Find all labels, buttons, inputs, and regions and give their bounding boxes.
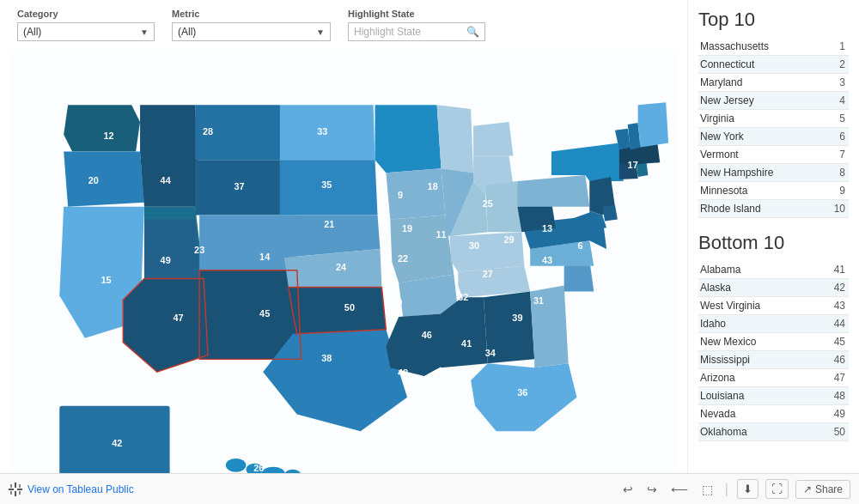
state-num-wv: 27 — [483, 269, 493, 279]
rank-num: 10 — [832, 200, 849, 218]
state-num-nh: 8 — [631, 181, 637, 191]
state-num-nm: 45 — [259, 308, 270, 319]
state-num-ga: 39 — [512, 313, 522, 323]
state-num-ky: 30 — [469, 240, 479, 251]
search-icon: 🔍 — [466, 26, 479, 38]
rank-num: 2 — [832, 56, 849, 74]
bottom10-row[interactable]: Alaska42 — [698, 279, 849, 297]
fullscreen-icon: ⛶ — [771, 483, 783, 495]
top10-row[interactable]: Minnesota9 — [698, 182, 849, 200]
category-select[interactable]: (All) ▼ — [17, 22, 155, 41]
svg-rect-8 — [19, 491, 21, 495]
rank-num: 9 — [832, 182, 849, 200]
state-name: Idaho — [698, 315, 832, 333]
category-chevron-icon: ▼ — [140, 27, 149, 37]
svg-rect-3 — [9, 489, 14, 490]
state-ok[interactable] — [289, 287, 387, 333]
bottom10-row[interactable]: Mississippi46 — [698, 351, 849, 369]
state-id[interactable] — [140, 105, 199, 206]
top10-row[interactable]: Rhode Island10 — [698, 200, 849, 218]
metric-select[interactable]: (All) ▼ — [172, 22, 331, 41]
state-num-mn: 9 — [398, 190, 403, 200]
state-num-ar: 40 — [392, 297, 402, 307]
bottom10-row[interactable]: Idaho44 — [698, 315, 849, 333]
top10-row[interactable]: Maryland3 — [698, 74, 849, 92]
tableau-link[interactable]: View on Tableau Public — [9, 483, 134, 496]
download-button[interactable]: ⬇ — [737, 479, 758, 499]
state-num-az: 47 — [173, 313, 183, 323]
share-label: Share — [815, 483, 843, 495]
state-num-sc: 31 — [533, 295, 544, 306]
undo-button[interactable]: ↩ — [619, 481, 637, 498]
bottom10-row[interactable]: New Mexico45 — [698, 333, 849, 351]
highlight-input[interactable]: Highlight State 🔍 — [348, 22, 485, 41]
top10-row[interactable]: Massachusetts1 — [698, 38, 849, 56]
svg-rect-2 — [15, 491, 16, 496]
map-area: 12 20 44 28 15 49 47 23 14 45 38 37 33 3… — [9, 48, 679, 473]
state-num-va2: 5 — [551, 270, 557, 281]
state-de[interactable] — [602, 205, 618, 222]
state-mn[interactable] — [375, 105, 442, 173]
bottom10-row[interactable]: Oklahoma50 — [698, 423, 849, 441]
state-hi-1[interactable] — [226, 458, 247, 472]
top10-row[interactable]: Connecticut2 — [698, 56, 849, 74]
state-ia[interactable] — [386, 168, 445, 219]
top10-row[interactable]: Virginia5 — [698, 110, 849, 128]
reset-button[interactable]: ⬚ — [698, 481, 716, 498]
state-num-pa: 25 — [483, 198, 493, 209]
state-num-il: 11 — [436, 229, 446, 240]
redo-button[interactable]: ↪ — [643, 481, 661, 498]
state-name: Mississippi — [698, 351, 832, 369]
back-button[interactable]: ⟵ — [667, 481, 691, 498]
highlight-label: Highlight State — [348, 9, 485, 19]
bottom10-row[interactable]: West Virginia43 — [698, 297, 849, 315]
map-panel: Category (All) ▼ Metric (All) ▼ Highligh… — [0, 0, 687, 473]
state-me[interactable] — [638, 102, 669, 147]
state-name: Louisiana — [698, 387, 832, 405]
toolbar-icons: ↩ ↪ ⟵ ⬚ | ⬇ ⛶ ↗ Share — [619, 479, 850, 499]
state-name: Maryland — [698, 74, 832, 92]
right-panel: Top 10 Massachusetts1Connecticut2Marylan… — [687, 0, 859, 473]
category-control-group: Category (All) ▼ — [17, 9, 155, 41]
share-button[interactable]: ↗ Share — [795, 480, 850, 499]
state-name: Vermont — [698, 146, 832, 164]
rank-num: 3 — [832, 74, 849, 92]
fullscreen-button[interactable]: ⛶ — [765, 479, 789, 499]
state-num-mo: 22 — [398, 253, 408, 264]
bottom10-row[interactable]: Nevada49 — [698, 405, 849, 423]
state-num-nd: 33 — [317, 126, 327, 137]
state-num-nc: 29 — [503, 234, 514, 245]
state-name: New Jersey — [698, 92, 832, 110]
state-num-id: 44 — [161, 175, 171, 185]
state-num-fl: 36 — [517, 387, 527, 398]
state-num-co: 14 — [259, 252, 270, 262]
top10-row[interactable]: New Jersey4 — [698, 92, 849, 110]
state-name: Alabama — [698, 261, 832, 279]
state-or[interactable] — [64, 151, 144, 206]
bottom10-row[interactable]: Louisiana48 — [698, 387, 849, 405]
svg-rect-5 — [10, 484, 12, 488]
top10-row[interactable]: Vermont7 — [698, 146, 849, 164]
state-name: New Mexico — [698, 333, 832, 351]
state-ut[interactable] — [144, 219, 199, 278]
state-num-ne: 35 — [321, 179, 332, 190]
state-wa[interactable] — [64, 105, 140, 151]
state-mo[interactable] — [390, 216, 454, 283]
rank-num: 42 — [832, 279, 849, 297]
state-num-mt: 28 — [203, 126, 213, 137]
metric-value: (All) — [178, 26, 196, 38]
state-num-ct: 2 — [618, 210, 624, 221]
share-icon: ↗ — [803, 483, 812, 495]
state-mi-upper[interactable] — [473, 122, 513, 155]
state-num-la: 48 — [398, 367, 408, 378]
bottom10-row[interactable]: Arizona47 — [698, 369, 849, 387]
top10-row[interactable]: New Hampshire8 — [698, 164, 849, 182]
rank-num: 6 — [832, 128, 849, 146]
rank-num: 7 — [832, 146, 849, 164]
bottom10-row[interactable]: Alabama41 — [698, 261, 849, 279]
top10-row[interactable]: New York6 — [698, 128, 849, 146]
divider1: | — [725, 482, 728, 497]
state-name: Arizona — [698, 369, 832, 387]
state-wi[interactable] — [437, 105, 473, 173]
state-num-va3: 6 — [577, 240, 582, 251]
